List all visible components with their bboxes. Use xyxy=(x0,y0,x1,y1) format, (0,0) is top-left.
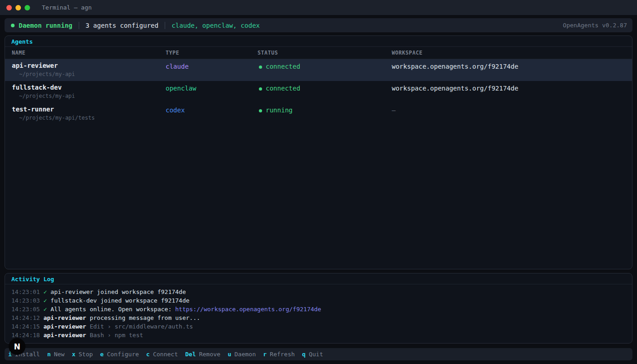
log-segment: Edit › src/middleware/auth.ts xyxy=(90,323,193,330)
shortcut-label: Refresh xyxy=(270,351,295,358)
agent-workspace: — xyxy=(392,103,632,125)
shortcut-key: c xyxy=(146,351,150,358)
log-entry: 14:24:12 api-reviewer processing message… xyxy=(11,313,632,322)
agent-type: codex xyxy=(166,103,258,125)
shortcut-configure[interactable]: eConfigure xyxy=(100,351,139,358)
shortcut-label: Configure xyxy=(107,351,139,358)
shortcut-key: x xyxy=(72,351,76,358)
window-title: Terminal — agn xyxy=(42,4,92,11)
shortcut-label: Quit xyxy=(309,351,323,358)
shortcut-key: q xyxy=(302,351,306,358)
shortcut-key: r xyxy=(263,351,267,358)
shortcut-label: New xyxy=(54,351,64,358)
column-header-name: NAME xyxy=(12,50,166,56)
agent-workspace: workspace.openagents.org/f92174de xyxy=(392,81,632,103)
log-timestamp: 14:24:15 xyxy=(11,323,40,330)
log-timestamp: 14:24:12 xyxy=(11,314,40,321)
agents-panel-title: Agents xyxy=(5,36,632,47)
agent-row[interactable]: api-reviewer~/projects/my-apiclaudeconne… xyxy=(5,59,632,81)
shortcut-connect[interactable]: cConnect xyxy=(146,351,178,358)
agent-path: ~/projects/my-api/tests xyxy=(12,115,166,121)
cursor-badge: N xyxy=(9,338,25,355)
activity-log-panel: Activity Log 14:23:01 ✓ api-reviewer joi… xyxy=(5,273,632,344)
activity-log-title: Activity Log xyxy=(5,273,632,284)
log-entry: 14:23:05 ✓ All agents online. Open works… xyxy=(11,305,632,313)
shortcut-label: Remove xyxy=(199,351,220,358)
agent-type: openclaw xyxy=(166,81,258,103)
check-icon: ✓ xyxy=(43,288,47,295)
shortcut-stop[interactable]: xStop xyxy=(72,351,93,358)
shortcut-bar: iInstallnNewxStopeConfigurecConnectDelRe… xyxy=(5,348,632,360)
shortcut-daemon[interactable]: uDaemon xyxy=(228,351,256,358)
status-text: connected xyxy=(266,85,300,92)
log-body: 14:23:01 ✓ api-reviewer joined workspace… xyxy=(5,284,632,339)
agent-status: connected xyxy=(258,81,392,103)
log-entry: 14:24:15 api-reviewer Edit › src/middlew… xyxy=(11,322,632,331)
log-segment: api-reviewer joined workspace f92174de xyxy=(51,288,186,295)
separator xyxy=(165,22,165,29)
agent-name-cell: api-reviewer~/projects/my-api xyxy=(12,59,166,81)
log-segment: api-reviewer xyxy=(43,332,86,339)
log-segment: api-reviewer xyxy=(43,323,86,330)
agent-workspace: workspace.openagents.org/f92174de xyxy=(392,59,632,81)
agents-panel: Agents NAMETYPESTATUSWORKSPACE api-revie… xyxy=(5,35,632,269)
agent-type: claude xyxy=(166,59,258,81)
zoom-window-icon[interactable] xyxy=(25,5,30,10)
agent-status: running xyxy=(258,103,392,125)
workspace-link[interactable]: https://workspace.openagents.org/f92174d… xyxy=(175,306,321,313)
agent-path: ~/projects/my-api xyxy=(12,93,166,99)
separator xyxy=(79,22,79,29)
log-timestamp: 14:23:01 xyxy=(11,288,40,295)
agent-path: ~/projects/my-api xyxy=(12,71,166,77)
column-header-status: STATUS xyxy=(258,50,392,56)
column-header-workspace: WORKSPACE xyxy=(392,50,632,56)
window-titlebar: Terminal — agn xyxy=(0,0,637,15)
shortcut-label: Daemon xyxy=(234,351,256,358)
shortcut-label: Connect xyxy=(153,351,178,358)
log-segment: Bash › npm test xyxy=(90,332,143,339)
agents-table-body: api-reviewer~/projects/my-apiclaudeconne… xyxy=(5,59,632,125)
log-entry: 14:23:03 ✓ fullstack-dev joined workspac… xyxy=(11,296,632,305)
agent-types-list: claude, openclaw, codex xyxy=(172,22,260,29)
agent-name: test-runner xyxy=(12,106,166,113)
shortcut-new[interactable]: nNew xyxy=(47,351,65,358)
status-text: running xyxy=(266,106,293,114)
check-icon: ✓ xyxy=(43,297,47,304)
log-entry: 14:24:18 api-reviewer Bash › npm test xyxy=(11,331,632,339)
agent-name-cell: test-runner~/projects/my-api/tests xyxy=(12,103,166,125)
shortcut-remove[interactable]: DelRemove xyxy=(185,351,220,358)
agents-count: 3 agents configured xyxy=(86,22,158,29)
log-segment: processing message from user... xyxy=(90,314,200,321)
shortcut-key: Del xyxy=(185,351,196,358)
table-header: NAMETYPESTATUSWORKSPACE xyxy=(5,47,632,59)
app-version: OpenAgents v0.2.87 xyxy=(563,22,627,29)
close-window-icon[interactable] xyxy=(6,5,12,10)
status-dot-icon xyxy=(259,66,262,69)
log-segment: fullstack-dev joined workspace f92174de xyxy=(51,297,189,304)
minimize-window-icon[interactable] xyxy=(15,5,21,10)
agent-row[interactable]: test-runner~/projects/my-api/testscodexr… xyxy=(5,103,632,125)
daemon-status-label: Daemon running xyxy=(19,22,72,29)
status-text: connected xyxy=(266,63,300,70)
agent-name: api-reviewer xyxy=(12,62,166,69)
log-segment: All agents online. Open workspace: xyxy=(51,306,172,313)
agent-status: connected xyxy=(258,59,392,81)
agent-name: fullstack-dev xyxy=(12,84,166,91)
log-timestamp: 14:23:05 xyxy=(11,306,40,313)
log-segment: api-reviewer xyxy=(43,314,86,321)
log-timestamp: 14:24:18 xyxy=(11,332,40,339)
agent-row[interactable]: fullstack-dev~/projects/my-apiopenclawco… xyxy=(5,81,632,103)
log-timestamp: 14:23:03 xyxy=(11,297,40,304)
shortcut-refresh[interactable]: rRefresh xyxy=(263,351,295,358)
status-dot-icon xyxy=(259,109,262,112)
check-icon: ✓ xyxy=(43,306,47,313)
shortcut-label: Stop xyxy=(79,351,93,358)
daemon-status-bar: Daemon running 3 agents configured claud… xyxy=(5,18,632,32)
shortcut-quit[interactable]: qQuit xyxy=(302,351,323,358)
shortcut-key: u xyxy=(228,351,231,358)
shortcut-key: n xyxy=(47,351,51,358)
shortcut-key: e xyxy=(100,351,104,358)
column-header-type: TYPE xyxy=(166,50,258,56)
status-dot-icon xyxy=(259,87,262,91)
log-entry: 14:23:01 ✓ api-reviewer joined workspace… xyxy=(11,288,632,296)
